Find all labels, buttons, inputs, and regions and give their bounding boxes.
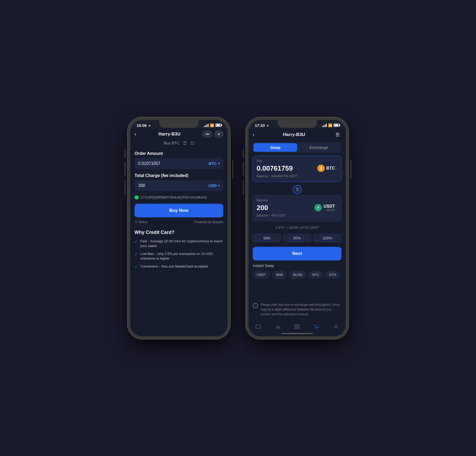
power-button-2 bbox=[350, 159, 351, 179]
btc-icon: ₿ bbox=[317, 165, 325, 172]
svg-rect-0 bbox=[256, 325, 261, 328]
receive-card: Receive 200 ₮ USDT ERC20 › Balance：483 U… bbox=[253, 195, 342, 221]
instant-busd[interactable]: BUSD bbox=[289, 271, 306, 279]
svg-rect-3 bbox=[295, 327, 297, 328]
svg-point-5 bbox=[335, 324, 337, 326]
pay-label: Pay bbox=[257, 159, 338, 163]
swap-arrows-button[interactable]: ⇅ bbox=[293, 185, 302, 194]
receipt-icon[interactable]: ☰ bbox=[183, 140, 187, 146]
exchange-rate: 1 BTC ≈ 18280.14732 USDT bbox=[249, 226, 346, 229]
pay-balance: Balance：448.804739 USDT bbox=[257, 174, 338, 179]
instant-btc[interactable]: BTC bbox=[308, 271, 323, 279]
screen-1: ‹ Harry-B3U ••• ✕ Buy BTC ☰ ⊡ bbox=[130, 129, 227, 336]
volume-down-button-2 bbox=[243, 180, 244, 195]
phone-2: 17:33 ▲ 📶 ‹ Harry-B3U bbox=[246, 117, 348, 339]
nav-actions-1: ••• ✕ bbox=[203, 131, 223, 138]
notch-2 bbox=[277, 120, 317, 128]
volume-mute-button bbox=[125, 149, 126, 158]
nav-bar-2: ‹ Harry-B3U ☰ bbox=[249, 129, 346, 141]
tab-apps[interactable] bbox=[294, 324, 300, 329]
receive-currency-selector[interactable]: ₮ USDT ERC20 › bbox=[314, 204, 338, 212]
location-icon-1: ▲ bbox=[148, 124, 151, 127]
notice-label: ⓘ Notice bbox=[134, 220, 148, 224]
receive-balance: Balance：483 USDT bbox=[257, 213, 338, 218]
wifi-icon-2: 📶 bbox=[328, 123, 332, 127]
address-dot-icon bbox=[134, 195, 139, 200]
btc-currency-selector[interactable]: BTC ▾ bbox=[209, 161, 220, 166]
info-icon: ⓘ bbox=[134, 220, 138, 224]
total-charge-input: 300 USD ▾ bbox=[134, 180, 223, 191]
tab-exchange[interactable]: Exchange bbox=[297, 143, 341, 152]
instant-eth[interactable]: ETH bbox=[325, 271, 340, 279]
total-charge-value: 300 bbox=[138, 183, 145, 188]
why-title: Why Credit Card? bbox=[134, 230, 223, 235]
receive-chevron-icon: › bbox=[337, 206, 338, 209]
signal-icon-1 bbox=[204, 124, 209, 127]
tab-profile[interactable] bbox=[333, 324, 339, 329]
usdt-icon: ₮ bbox=[314, 204, 322, 211]
volume-up-button-2 bbox=[243, 162, 244, 176]
signal-icon-2 bbox=[322, 124, 327, 127]
disclaimer-text: Please note that due to exchange rate fl… bbox=[261, 302, 342, 317]
battery-icon-1 bbox=[215, 124, 221, 127]
tab-swap[interactable]: Swap bbox=[253, 143, 297, 152]
pct-buttons-row: MIN 50% 100% bbox=[253, 234, 342, 243]
notch bbox=[159, 120, 199, 128]
more-button[interactable]: ••• bbox=[203, 131, 212, 138]
battery-icon-2 bbox=[334, 124, 339, 127]
pay-currency-selector[interactable]: ₿ BTC › bbox=[317, 165, 338, 172]
buy-now-button[interactable]: Buy Now bbox=[134, 204, 223, 217]
pay-chevron-icon: › bbox=[337, 166, 338, 170]
tab-wallet[interactable] bbox=[255, 324, 261, 329]
time-display-2: 17:33 bbox=[255, 123, 265, 128]
tab-swap-active[interactable] bbox=[314, 324, 319, 329]
powered-by-label: Powered by Simplex bbox=[195, 220, 223, 224]
tab-switcher: Swap Exchange bbox=[253, 142, 342, 153]
benefit-2: ✓ Low fees：only 3.5% per transaction or … bbox=[134, 251, 223, 261]
order-amount-label: Order Amount bbox=[134, 151, 223, 156]
volume-up-button bbox=[125, 162, 126, 176]
address-row: 17Jz3RQ2tRRk6fY98xkJ6ZPdCmX1bfkd4q bbox=[134, 195, 223, 200]
instant-usdt[interactable]: USDT bbox=[253, 271, 270, 279]
why-credit-card-section: Why Credit Card? ✓ Fast：Average 10-30 mi… bbox=[134, 230, 223, 269]
usd-currency-selector[interactable]: USD ▾ bbox=[208, 183, 220, 188]
wallet-address: 17Jz3RQ2tRRk6fY98xkJ6ZPdCmX1bfkd4q bbox=[141, 195, 206, 199]
tab-markets[interactable] bbox=[275, 324, 281, 329]
receive-currency-sub: ERC20 bbox=[323, 209, 335, 212]
receive-amount-row: 200 ₮ USDT ERC20 › bbox=[257, 204, 338, 212]
volume-mute-button-2 bbox=[243, 149, 244, 158]
history-icon[interactable]: ☰ bbox=[334, 131, 342, 139]
pct-50-button[interactable]: 50% bbox=[283, 234, 311, 243]
buy-btc-label: Buy BTC bbox=[164, 141, 179, 145]
swap-center: ⇅ bbox=[249, 185, 346, 194]
instant-bnb[interactable]: BNB bbox=[272, 271, 287, 279]
benefit-text-2: Low fees：only 3.5% per transaction or 10… bbox=[140, 251, 223, 261]
sub-header-1: Buy BTC ☰ ⊡ bbox=[130, 140, 227, 148]
disclaimer-icon: ! bbox=[253, 303, 258, 308]
nav-title-2: Harry-B3U bbox=[283, 132, 305, 137]
content-1: Order Amount 0.01071057 BTC ▾ Total Char… bbox=[130, 148, 227, 336]
pay-amount[interactable]: 0.00761759 bbox=[257, 164, 293, 172]
back-button-2[interactable]: ‹ bbox=[253, 132, 255, 138]
next-button[interactable]: Next bbox=[253, 247, 342, 260]
order-amount-value: 0.01071057 bbox=[138, 161, 161, 166]
power-button bbox=[232, 159, 233, 179]
back-button-1[interactable]: ‹ bbox=[134, 131, 136, 137]
order-amount-input: 0.01071057 BTC ▾ bbox=[134, 158, 223, 169]
home-bar-2 bbox=[281, 333, 313, 334]
nav-title-1: Harry-B3U bbox=[158, 132, 180, 137]
check-icon-2: ✓ bbox=[134, 252, 138, 256]
screen-2: ‹ Harry-B3U ☰ Swap Exchange Pay 0.007617… bbox=[249, 129, 346, 336]
check-icon-1: ✓ bbox=[134, 239, 138, 244]
pay-amount-row: 0.00761759 ₿ BTC › bbox=[257, 164, 338, 172]
scan-icon[interactable]: ⊡ bbox=[190, 140, 194, 146]
check-icon-3: ✓ bbox=[134, 265, 138, 269]
min-button[interactable]: MIN bbox=[253, 234, 281, 243]
receive-amount[interactable]: 200 bbox=[257, 204, 268, 212]
pct-100-button[interactable]: 100% bbox=[313, 234, 342, 243]
instant-swap-label: Instant Swap bbox=[249, 263, 346, 269]
receive-label: Receive bbox=[257, 198, 338, 202]
benefit-text-3: Convenient：Visa and MasterCard accepted bbox=[140, 264, 208, 269]
chevron-icon-1: ▾ bbox=[218, 162, 220, 165]
close-button[interactable]: ✕ bbox=[214, 131, 223, 138]
